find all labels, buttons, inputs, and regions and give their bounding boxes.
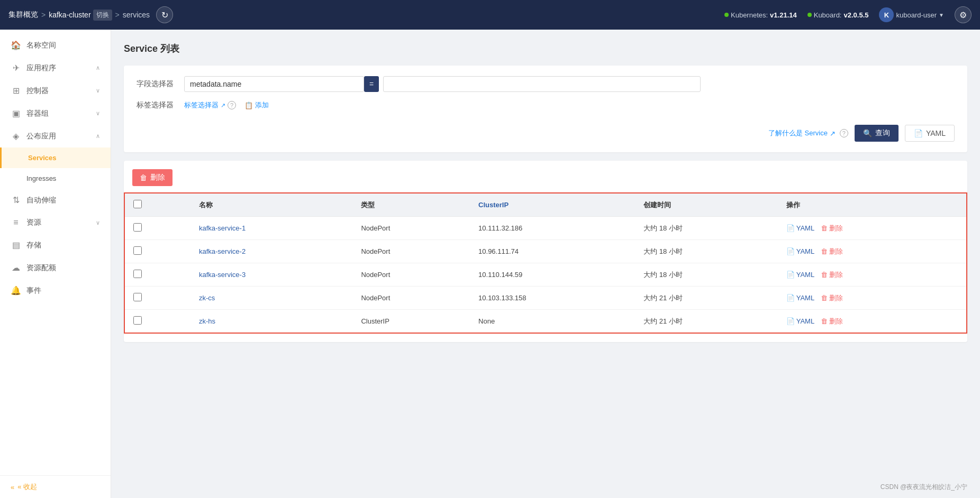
apps-icon: ✈ (11, 63, 21, 73)
sidebar: 🏠 名称空间 ✈ 应用程序 ∧ ⊞ 控制器 ∨ ▣ 容器组 ∨ ◈ 公布应用 ∧… (0, 30, 111, 498)
breadcrumb-cluster[interactable]: kafka-cluster (49, 11, 90, 19)
row-yaml-btn-0[interactable]: 📄 YAML (786, 224, 814, 232)
row-yaml-btn-1[interactable]: 📄 YAML (786, 247, 814, 255)
col-header-type: 类型 (352, 193, 470, 217)
row-created-2: 大约 18 小时 (635, 263, 778, 287)
row-checkbox-1[interactable] (133, 246, 142, 255)
resources-arrow: ∨ (96, 219, 100, 226)
username: kuboard-user (896, 11, 937, 19)
table-row: kafka-service-1 NodePort 10.111.32.186 大… (124, 217, 967, 240)
sidebar-item-publish-app[interactable]: ◈ 公布应用 ∧ (0, 125, 111, 147)
yaml-button[interactable]: 📄 YAML (905, 125, 955, 142)
row-actions-1: 📄 YAML 🗑 删除 (778, 240, 967, 263)
header: 集群概览 > kafka-cluster 切换 > services ↻ Kub… (0, 0, 980, 30)
sidebar-item-resources[interactable]: ≡ 资源 ∨ (0, 211, 111, 234)
tag-help-icon[interactable]: ? (228, 101, 236, 109)
sidebar-label-ingresses: Ingresses (26, 174, 56, 182)
table-row: zk-hs ClusterIP None 大约 21 小时 📄 YAML 🗑 删… (124, 310, 967, 334)
row-checkbox-2[interactable] (133, 270, 142, 278)
events-icon: 🔔 (11, 285, 21, 296)
refresh-button[interactable]: ↻ (156, 6, 173, 23)
learn-service-link[interactable]: 了解什么是 Service ↗ ? (768, 128, 848, 138)
field-selector-label: 字段选择器 (137, 79, 184, 89)
avatar: K (879, 7, 894, 22)
controllers-arrow: ∨ (96, 87, 100, 94)
tag-selector-link[interactable]: 标签选择器 ↗ (184, 100, 225, 110)
row-delete-btn-1[interactable]: 🗑 删除 (821, 247, 843, 256)
service-name-link-1[interactable]: kafka-service-2 (199, 247, 246, 255)
row-delete-btn-2[interactable]: 🗑 删除 (821, 270, 843, 280)
home-icon: 🏠 (11, 40, 21, 50)
delete-button[interactable]: 🗑 删除 (132, 169, 173, 186)
row-yaml-btn-3[interactable]: 📄 YAML (786, 294, 814, 302)
col-header-clusterip: ClusterIP (470, 193, 635, 217)
breadcrumb-home[interactable]: 集群概览 (8, 10, 38, 20)
autoscale-icon: ⇅ (11, 195, 21, 205)
table-row: zk-cs NodePort 10.103.133.158 大约 21 小时 📄… (124, 287, 967, 310)
publish-icon: ◈ (11, 131, 21, 141)
service-name-link-4[interactable]: zk-hs (199, 317, 215, 325)
yaml-icon-4: 📄 (786, 317, 795, 325)
row-checkbox-cell (124, 217, 190, 240)
row-clusterip-4: None (470, 310, 635, 334)
row-checkbox-cell (124, 263, 190, 287)
row-checkbox-3[interactable] (133, 293, 142, 301)
sidebar-item-resource-quota[interactable]: ☁ 资源配额 (0, 256, 111, 279)
row-name-0: kafka-service-1 (190, 217, 352, 240)
row-delete-btn-0[interactable]: 🗑 删除 (821, 224, 843, 233)
field-selector-input[interactable] (184, 76, 364, 92)
sidebar-label-publish: 公布应用 (26, 132, 56, 141)
add-tag-button[interactable]: 📋 添加 (244, 100, 269, 110)
apps-arrow: ∧ (96, 64, 100, 71)
sidebar-item-autoscale[interactable]: ⇅ 自动伸缩 (0, 189, 111, 211)
service-name-link-0[interactable]: kafka-service-1 (199, 224, 246, 232)
learn-help-icon[interactable]: ? (840, 129, 848, 137)
delete-icon-1: 🗑 (821, 247, 828, 255)
sidebar-item-container-groups[interactable]: ▣ 容器组 ∨ (0, 102, 111, 125)
sidebar-label-services: Services (28, 154, 57, 162)
sidebar-item-events[interactable]: 🔔 事件 (0, 279, 111, 302)
filter-card: 字段选择器 = 标签选择器 标签选择器 ↗ ? 📋 添加 了解什么是 (124, 66, 967, 152)
sidebar-item-apps[interactable]: ✈ 应用程序 ∧ (0, 57, 111, 79)
external-link-icon: ↗ (221, 102, 225, 109)
breadcrumb-sep-2: > (115, 11, 120, 19)
row-yaml-btn-4[interactable]: 📄 YAML (786, 317, 814, 325)
settings-button[interactable]: ⚙ (955, 6, 972, 23)
row-delete-btn-4[interactable]: 🗑 删除 (821, 317, 843, 326)
main-content: Service 列表 字段选择器 = 标签选择器 标签选择器 ↗ ? 📋 添加 (111, 30, 980, 498)
tag-selector-row: 标签选择器 标签选择器 ↗ ? 📋 添加 (137, 100, 955, 110)
layout: 🏠 名称空间 ✈ 应用程序 ∧ ⊞ 控制器 ∨ ▣ 容器组 ∨ ◈ 公布应用 ∧… (0, 30, 980, 498)
breadcrumb-services: services (123, 11, 150, 19)
service-name-link-3[interactable]: zk-cs (199, 294, 215, 302)
field-value-input[interactable] (383, 76, 701, 92)
sidebar-item-ingresses[interactable]: Ingresses (0, 168, 111, 189)
table-row: kafka-service-2 NodePort 10.96.111.74 大约… (124, 240, 967, 263)
row-yaml-btn-2[interactable]: 📄 YAML (786, 271, 814, 279)
row-checkbox-cell (124, 310, 190, 334)
row-delete-btn-3[interactable]: 🗑 删除 (821, 293, 843, 303)
sidebar-item-services[interactable]: Services (0, 147, 111, 168)
container-groups-arrow: ∨ (96, 110, 100, 117)
select-all-checkbox[interactable] (133, 200, 142, 208)
row-checkbox-cell (124, 240, 190, 263)
row-type-3: NodePort (352, 287, 470, 310)
row-checkbox-4[interactable] (133, 316, 142, 325)
sidebar-collapse-button[interactable]: « « 收起 (0, 475, 111, 498)
filter-actions: 了解什么是 Service ↗ ? 🔍 查询 📄 YAML (137, 118, 955, 142)
yaml-icon-0: 📄 (786, 224, 795, 232)
storage-icon: ▤ (11, 240, 21, 250)
query-button[interactable]: 🔍 查询 (855, 125, 899, 142)
user-menu[interactable]: K kuboard-user ▼ (879, 7, 944, 22)
page-title: Service 列表 (124, 42, 967, 55)
sidebar-item-namespace[interactable]: 🏠 名称空间 (0, 34, 111, 57)
row-checkbox-0[interactable] (133, 223, 142, 232)
eq-button[interactable]: = (364, 76, 379, 92)
sidebar-item-storage[interactable]: ▤ 存储 (0, 234, 111, 256)
controllers-icon: ⊞ (11, 86, 21, 96)
switch-cluster-button[interactable]: 切换 (93, 10, 112, 21)
sidebar-label-events: 事件 (26, 286, 41, 296)
service-name-link-2[interactable]: kafka-service-3 (199, 271, 246, 279)
user-dropdown-arrow: ▼ (939, 12, 944, 18)
sidebar-item-controllers[interactable]: ⊞ 控制器 ∨ (0, 79, 111, 102)
sidebar-label-apps: 应用程序 (26, 63, 56, 73)
